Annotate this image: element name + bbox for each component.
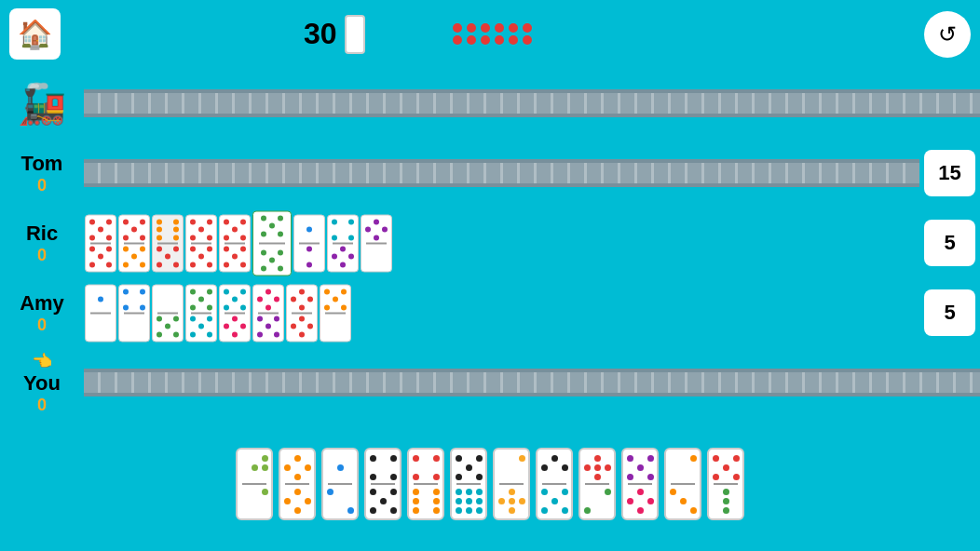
dot-2 — [467, 23, 476, 33]
player-row-you: 👈 You 0 — [0, 348, 980, 418]
hand-tile-6[interactable] — [450, 448, 487, 520]
ric-domino-6[interactable] — [293, 214, 325, 272]
railroad-track-you — [84, 369, 980, 396]
ric-label: Ric 0 — [0, 222, 84, 265]
amy-label: Amy 0 — [0, 291, 84, 335]
ric-domino-7[interactable] — [327, 214, 359, 272]
hand-tile-8[interactable] — [536, 448, 573, 520]
tom-label: Tom 0 — [0, 152, 84, 195]
tom-score: 0 — [37, 176, 47, 195]
amy-d2[interactable] — [118, 284, 150, 342]
ric-name: Ric — [26, 222, 58, 246]
you-name: You — [23, 371, 61, 396]
player-row-ric: Ric 0 — [0, 208, 980, 278]
amy-d5[interactable] — [219, 284, 251, 342]
track-tom — [84, 139, 919, 208]
ric-domino-8[interactable] — [361, 214, 392, 272]
dot-5 — [509, 23, 518, 33]
player-row-train: 🚂 — [0, 69, 980, 139]
hand-tile-7[interactable] — [493, 448, 530, 520]
ric-domino-1[interactable] — [85, 214, 116, 272]
game-area: 🏠 30 ↺ 🚂 — [0, 0, 980, 551]
amy-d4[interactable] — [185, 284, 217, 342]
hand-tile-4[interactable] — [364, 448, 402, 520]
you-label: 👈 You 0 — [0, 351, 84, 415]
hand-tile-1[interactable] — [236, 448, 273, 520]
ric-badge: 5 — [924, 220, 975, 266]
dot-3 — [481, 23, 490, 33]
track-train — [84, 69, 980, 139]
track-you — [84, 348, 980, 418]
dot-8 — [467, 35, 476, 45]
tom-name: Tom — [21, 152, 63, 176]
hand-area — [0, 418, 980, 551]
railroad-track-train — [84, 89, 980, 117]
dot-11 — [509, 35, 518, 45]
score-display: 30 — [304, 15, 365, 54]
amy-domino-chain — [84, 283, 352, 343]
player-row-amy: Amy 0 — [0, 278, 980, 348]
amy-d7[interactable] — [286, 284, 318, 342]
board: 🚂 Tom 0 15 Ric 0 — [0, 69, 980, 418]
ric-domino-3[interactable] — [152, 214, 184, 272]
dot-1 — [453, 23, 462, 33]
amy-d1[interactable] — [85, 284, 116, 342]
dot-6 — [523, 23, 532, 33]
ric-domino-4[interactable] — [185, 214, 217, 272]
hand-tile-12[interactable] — [707, 448, 744, 520]
amy-name: Amy — [20, 291, 64, 316]
ric-domino-5[interactable] — [219, 214, 251, 272]
railroad-track-tom — [84, 159, 919, 187]
refresh-button[interactable]: ↺ — [924, 11, 971, 58]
hand-tile-3[interactable] — [321, 448, 359, 520]
amy-d8[interactable] — [320, 284, 351, 342]
train-icon: 🚂 — [18, 81, 66, 127]
hand-tile-11[interactable] — [664, 448, 701, 520]
ric-domino-chain — [84, 213, 393, 274]
amy-score: 0 — [37, 316, 47, 335]
hand-tile-10[interactable] — [621, 448, 659, 520]
ric-domino-2[interactable] — [118, 214, 150, 272]
player-row-tom: Tom 0 15 — [0, 139, 980, 208]
train-label: 🚂 — [0, 81, 84, 127]
dot-7 — [453, 35, 462, 45]
score-number: 30 — [304, 17, 337, 51]
home-button[interactable]: 🏠 — [9, 8, 61, 60]
amy-badge: 5 — [924, 289, 975, 336]
amy-d3[interactable] — [152, 284, 184, 342]
you-score: 0 — [37, 396, 47, 415]
track-ric[interactable] — [84, 208, 919, 278]
tom-badge: 15 — [924, 150, 975, 196]
top-bar: 🏠 30 ↺ — [0, 0, 980, 69]
dot-10 — [495, 35, 504, 45]
domino-indicator — [453, 23, 527, 45]
hand-tile-5[interactable] — [407, 448, 444, 520]
track-amy[interactable] — [84, 278, 919, 348]
ric-domino-center[interactable] — [252, 210, 292, 276]
dot-4 — [495, 23, 504, 33]
dot-9 — [481, 35, 490, 45]
score-tile — [345, 15, 365, 54]
hand-tile-9[interactable] — [578, 448, 616, 520]
hand-tile-2[interactable] — [279, 448, 316, 520]
amy-d6[interactable] — [252, 284, 284, 342]
dot-12 — [523, 35, 532, 45]
ric-score: 0 — [37, 246, 47, 265]
